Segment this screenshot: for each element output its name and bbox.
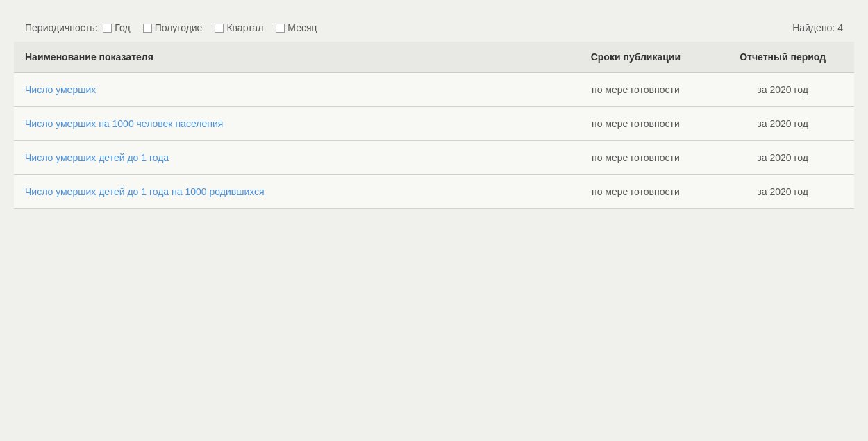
filter-item-kvartal: Квартал (215, 22, 263, 33)
table-wrapper: Наименование показателя Сроки публикации… (14, 42, 854, 209)
link-indicator-3[interactable]: Число умерших детей до 1 года на 1000 ро… (25, 186, 265, 197)
cell-publication-terms-0: по мере готовности (560, 73, 712, 107)
checkbox-polugodie[interactable] (143, 24, 152, 33)
header-reporting-period: Отчетный период (711, 42, 854, 73)
table-row: Число умерших на 1000 человек населенияп… (14, 107, 854, 141)
link-indicator-2[interactable]: Число умерших детей до 1 года (25, 152, 169, 163)
header-publication-terms: Сроки публикации (560, 42, 712, 73)
filter-label-mesyats: Месяц (287, 22, 317, 33)
cell-publication-terms-3: по мере готовности (560, 175, 712, 209)
checkbox-god[interactable] (103, 24, 112, 33)
filter-label-kvartal: Квартал (226, 22, 263, 33)
found-count: Найдено: 4 (792, 22, 843, 33)
filter-bar: Периодичность: Год Полугодие Квартал Мес… (14, 14, 854, 42)
filter-label: Периодичность: (25, 22, 97, 33)
table-row: Число умерших детей до 1 года на 1000 ро… (14, 175, 854, 209)
results-table: Наименование показателя Сроки публикации… (14, 42, 854, 209)
link-indicator-1[interactable]: Число умерших на 1000 человек населения (25, 118, 223, 129)
table-row: Число умершихпо мере готовностиза 2020 г… (14, 73, 854, 107)
cell-name-1: Число умерших на 1000 человек населения (14, 107, 560, 141)
cell-publication-terms-2: по мере готовности (560, 141, 712, 175)
cell-reporting-period-2: за 2020 год (711, 141, 854, 175)
filter-item-mesyats: Месяц (276, 22, 317, 33)
cell-reporting-period-1: за 2020 год (711, 107, 854, 141)
header-name: Наименование показателя (14, 42, 560, 73)
page-container: Периодичность: Год Полугодие Квартал Мес… (0, 0, 868, 223)
cell-name-2: Число умерших детей до 1 года (14, 141, 560, 175)
cell-publication-terms-1: по мере готовности (560, 107, 712, 141)
checkbox-kvartal[interactable] (215, 24, 224, 33)
filter-label-polugodie: Полугодие (155, 22, 203, 33)
link-indicator-0[interactable]: Число умерших (25, 84, 96, 95)
checkbox-mesyats[interactable] (276, 24, 285, 33)
filter-label-god: Год (115, 22, 130, 33)
table-header-row: Наименование показателя Сроки публикации… (14, 42, 854, 73)
cell-name-3: Число умерших детей до 1 года на 1000 ро… (14, 175, 560, 209)
cell-reporting-period-0: за 2020 год (711, 73, 854, 107)
cell-name-0: Число умерших (14, 73, 560, 107)
filter-left: Периодичность: Год Полугодие Квартал Мес… (25, 22, 324, 33)
cell-reporting-period-3: за 2020 год (711, 175, 854, 209)
filter-item-polugodie: Полугодие (143, 22, 203, 33)
table-row: Число умерших детей до 1 годапо мере гот… (14, 141, 854, 175)
filter-item-god: Год (103, 22, 130, 33)
found-label: Найдено: (792, 22, 835, 33)
found-number: 4 (837, 22, 843, 33)
